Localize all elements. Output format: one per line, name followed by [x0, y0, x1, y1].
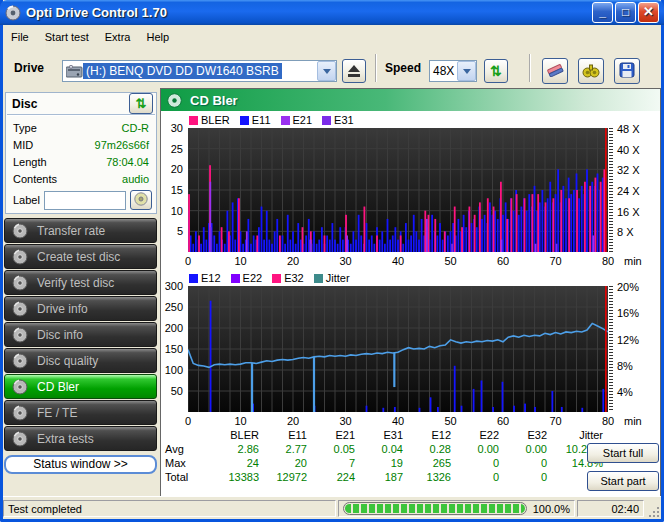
x-axis-tick-label: 20	[279, 255, 307, 267]
table-cell: 0.05	[309, 442, 357, 456]
disc-label-input[interactable]	[44, 191, 126, 210]
x-axis-tick-label: 30	[332, 415, 360, 427]
legend-swatch	[322, 116, 331, 125]
close-button[interactable]: ✕	[638, 2, 659, 23]
sidebar-item-label: Create test disc	[37, 250, 120, 264]
start-full-button[interactable]: Start full	[587, 443, 659, 463]
table-cell: 0.28	[405, 442, 453, 456]
y-axis-tick-label: 100	[165, 364, 183, 376]
legend-label: E21	[293, 114, 313, 126]
sidebar-nav: Transfer rateCreate test discVerify test…	[4, 218, 157, 452]
cd-icon	[12, 301, 28, 317]
toolbar: Drive (H:) BENQ DVD DD DW1640 BSRB Speed…	[3, 48, 661, 88]
disc-row-contents: Contentsaudio	[6, 171, 156, 188]
sidebar-item-drive-info[interactable]: Drive info	[4, 296, 157, 321]
save-results-button[interactable]	[614, 58, 640, 84]
sidebar-item-disc-quality[interactable]: Disc quality	[4, 348, 157, 373]
cd-icon	[12, 379, 28, 395]
legend-item-e32: E32	[272, 272, 304, 284]
table-cell: 0	[453, 456, 501, 470]
legend-item-e22: E22	[231, 272, 263, 284]
chart1-legend: BLERE11E21E31	[189, 114, 354, 126]
speed-selected-value: 48X	[430, 63, 457, 79]
start-part-button[interactable]: Start part	[587, 471, 659, 491]
sidebar-item-label: CD Bler	[37, 380, 79, 394]
legend-swatch	[231, 274, 240, 283]
chart2-x-axis: 01020304050607080min	[188, 415, 658, 429]
x-axis-tick-label: 70	[542, 415, 570, 427]
refresh-speed-button[interactable]: ⇅	[484, 59, 508, 83]
speed-select[interactable]: 48X	[429, 60, 477, 82]
table-cell: 20	[261, 456, 309, 470]
resize-grip[interactable]	[648, 506, 661, 519]
status-window-button[interactable]: Status window >>	[4, 455, 157, 474]
drive-select[interactable]: (H:) BENQ DVD DD DW1640 BSRB	[62, 60, 337, 82]
x-axis-tick-label: 60	[489, 255, 517, 267]
sidebar-item-label: Transfer rate	[37, 224, 105, 238]
menu-item-extra[interactable]: Extra	[97, 29, 139, 45]
table-cell: 7	[309, 456, 357, 470]
y-axis-tick-label: 20	[171, 163, 183, 175]
minimize-button[interactable]: _	[592, 2, 613, 23]
legend-item-e11: E11	[240, 114, 271, 126]
right-axis-tick-label: 20%	[617, 281, 639, 293]
chart2-legend: E12E22E32Jitter	[189, 272, 350, 284]
legend-label: E31	[334, 114, 354, 126]
cd-icon	[167, 93, 182, 108]
table-cell: 13383	[207, 470, 261, 484]
right-axis-tick-label: 40 X	[617, 144, 640, 156]
progress-bar	[343, 502, 527, 515]
x-axis-unit-label: min	[624, 415, 642, 427]
menu-item-help[interactable]: Help	[138, 29, 177, 45]
table-cell: 19	[357, 456, 405, 470]
search-drives-button[interactable]	[578, 58, 604, 84]
menu-item-file[interactable]: File	[3, 29, 37, 45]
sidebar-item-verify-test-disc[interactable]: Verify test disc	[4, 270, 157, 295]
table-cell: 1326	[405, 470, 453, 484]
sidebar-item-fe-te[interactable]: FE / TE	[4, 400, 157, 425]
table-cell: 0.04	[357, 442, 405, 456]
drive-selected-value: (H:) BENQ DVD DD DW1640 BSRB	[83, 63, 282, 79]
eject-button[interactable]	[342, 59, 366, 83]
disc-info-panel: Disc ⇅ TypeCD-RMID97m26s66fLength78:04.0…	[5, 92, 157, 214]
sidebar-item-disc-info[interactable]: Disc info	[4, 322, 157, 347]
maximize-button[interactable]: □	[615, 2, 636, 23]
table-cell: 2.77	[261, 442, 309, 456]
legend-label: Jitter	[326, 272, 350, 284]
table-cell: 0.00	[501, 442, 549, 456]
refresh-disc-button[interactable]: ⇅	[129, 93, 153, 114]
status-bar: Test completed 100.0% 02:40	[3, 496, 661, 519]
right-axis-tick-label: 16%	[617, 307, 639, 319]
speed-label: Speed	[385, 61, 421, 75]
sidebar-item-extra-tests[interactable]: Extra tests	[4, 426, 157, 451]
y-axis-tick-label: 10	[171, 205, 183, 217]
chart1-x-axis: 01020304050607080min	[188, 255, 658, 269]
right-axis-tick-label: 4%	[617, 386, 633, 398]
x-axis-tick-label: 20	[279, 415, 307, 427]
legend-item-e31: E31	[322, 114, 354, 126]
sidebar-item-create-test-disc[interactable]: Create test disc	[4, 244, 157, 269]
legend-label: BLER	[201, 114, 230, 126]
x-axis-unit-label: min	[624, 255, 642, 267]
legend-swatch	[240, 116, 249, 125]
results-table: BLERE11E21E31E12E22E32JitterAvg2.862.770…	[165, 428, 605, 484]
sidebar-item-label: FE / TE	[37, 406, 77, 420]
table-header: E31	[357, 428, 405, 442]
menu-item-start-test[interactable]: Start test	[37, 29, 97, 45]
y-axis-tick-label: 200	[165, 322, 183, 334]
legend-item-jitter: Jitter	[314, 272, 350, 284]
speed-dropdown-arrow[interactable]	[457, 61, 476, 81]
eject-icon	[348, 65, 360, 77]
disc-label-read-button[interactable]	[130, 190, 152, 210]
chart2-plot	[188, 286, 608, 412]
table-row-label: Max	[165, 456, 207, 470]
disc-panel-title: Disc	[12, 97, 37, 111]
erase-disc-button[interactable]	[542, 58, 568, 84]
x-axis-tick-label: 10	[227, 255, 255, 267]
cd-icon	[12, 275, 28, 291]
window-title: Opti Drive Control 1.70	[26, 5, 167, 20]
disc-row-mid: MID97m26s66f	[6, 137, 156, 154]
sidebar-item-transfer-rate[interactable]: Transfer rate	[4, 218, 157, 243]
sidebar-item-cd-bler[interactable]: CD Bler	[4, 374, 157, 399]
drive-dropdown-arrow[interactable]	[317, 61, 336, 81]
